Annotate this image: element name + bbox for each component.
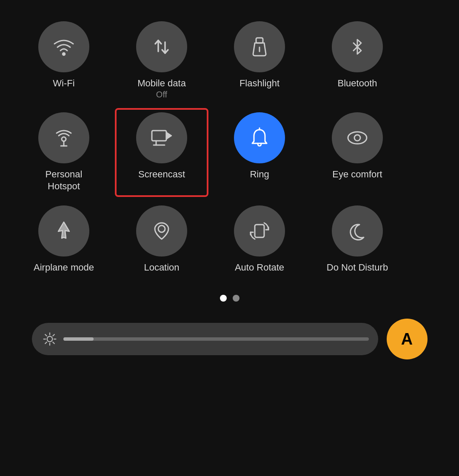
tile-label-bluetooth: Bluetooth: [338, 77, 377, 90]
tile-label-flashlight: Flashlight: [239, 77, 279, 90]
user-avatar[interactable]: A: [387, 319, 428, 359]
tile-icon-circle-screencast: [136, 112, 187, 163]
tile-label-airplane-mode: Airplane mode: [34, 262, 94, 274]
tile-icon-circle-do-not-disturb: [332, 205, 383, 257]
tile-label-wifi: Wi-Fi: [53, 77, 74, 90]
tile-label-auto-rotate: Auto Rotate: [235, 262, 284, 274]
tile-label-screencast: Screencast: [138, 168, 185, 181]
tile-label-mobile-data: Mobile data: [137, 77, 186, 90]
tile-auto-rotate[interactable]: Auto Rotate: [213, 201, 306, 278]
tile-mobile-data[interactable]: Mobile dataOff: [115, 17, 208, 104]
brightness-fill: [63, 337, 94, 341]
tile-personal-hotspot[interactable]: PersonalHotspot: [17, 108, 111, 197]
tile-icon-circle-ring: [234, 112, 285, 163]
dot-2[interactable]: [233, 295, 239, 302]
page-dots: [220, 295, 239, 302]
tiles-grid: Wi-FiMobile dataOffFlashlightBluetoothPe…: [0, 0, 459, 286]
tile-sublabel-mobile-data: Off: [156, 90, 167, 100]
brightness-icon: [41, 331, 58, 348]
tile-ring[interactable]: Ring: [213, 108, 306, 197]
tile-icon-circle-mobile-data: [136, 21, 187, 72]
tile-airplane-mode[interactable]: Airplane mode: [17, 201, 111, 278]
tile-label-eye-comfort: Eye comfort: [332, 168, 382, 181]
tile-location[interactable]: Location: [115, 201, 208, 278]
tile-eye-comfort[interactable]: Eye comfort: [311, 108, 404, 197]
tile-flashlight[interactable]: Flashlight: [213, 17, 306, 104]
tile-label-ring: Ring: [250, 168, 269, 181]
tile-do-not-disturb[interactable]: Do Not Disturb: [311, 201, 404, 278]
tile-icon-circle-airplane-mode: [38, 205, 89, 257]
brightness-control[interactable]: [32, 323, 378, 355]
tile-label-do-not-disturb: Do Not Disturb: [327, 262, 388, 274]
tile-icon-circle-bluetooth: [332, 21, 383, 72]
dot-1[interactable]: [220, 295, 227, 302]
tile-icon-circle-flashlight: [234, 21, 285, 72]
tile-label-personal-hotspot: PersonalHotspot: [46, 168, 83, 193]
quick-settings-panel: Wi-FiMobile dataOffFlashlightBluetoothPe…: [0, 0, 459, 359]
tile-icon-circle-eye-comfort: [332, 112, 383, 163]
tile-label-location: Location: [144, 262, 179, 274]
bottom-bar: A: [32, 319, 428, 359]
tile-icon-circle-personal-hotspot: [38, 112, 89, 163]
tile-icon-circle-auto-rotate: [234, 205, 285, 257]
tile-wifi[interactable]: Wi-Fi: [17, 17, 111, 104]
tile-bluetooth[interactable]: Bluetooth: [311, 17, 404, 104]
tile-icon-circle-location: [136, 205, 187, 257]
tile-screencast[interactable]: Screencast: [115, 108, 208, 197]
tile-icon-circle-wifi: [38, 21, 89, 72]
brightness-track[interactable]: [63, 337, 369, 341]
